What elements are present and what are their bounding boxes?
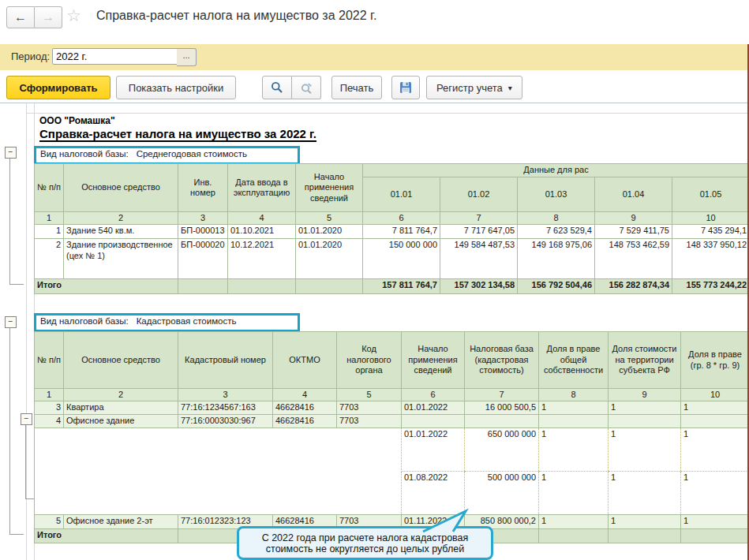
- cell-empty: [681, 415, 749, 427]
- cell-value: 149 168 975,06: [518, 239, 595, 279]
- total-empty: [178, 279, 228, 294]
- cell-value: 148 753 462,59: [595, 239, 672, 279]
- annotation-text: С 2022 года при расчете налога кадастров…: [244, 532, 486, 554]
- col-header: Кадастровый номер: [178, 332, 273, 389]
- month-header: 01.03: [518, 177, 595, 212]
- cell-share: 1: [681, 427, 749, 471]
- col-header: Начало применения сведений: [402, 332, 465, 389]
- cell-value: 7 623 529,4: [518, 225, 595, 239]
- cell-share: 1: [539, 401, 609, 415]
- cell-cadastral-num: 77:16:0003030:967: [178, 415, 273, 427]
- group-line: [9, 534, 24, 535]
- back-button[interactable]: ←: [6, 6, 35, 28]
- col-header: Начало применения сведений: [296, 164, 363, 212]
- cell-value: 7 717 647,05: [440, 225, 518, 239]
- tax-base-type-label: Вид налоговой базы:: [40, 316, 129, 326]
- total-empty: [228, 279, 296, 294]
- chevron-down-icon: ▾: [508, 84, 512, 92]
- back-arrow-icon: ←: [14, 10, 27, 24]
- total-label: Итого: [35, 279, 178, 294]
- col-header: Основное средство: [64, 332, 178, 389]
- show-settings-button[interactable]: Показать настройки: [116, 76, 236, 99]
- total-empty: [539, 528, 609, 543]
- cell-empty: [273, 427, 337, 471]
- col-number: 9: [609, 389, 681, 401]
- cell-share: 1: [539, 514, 609, 528]
- col-number: 4: [228, 212, 296, 225]
- cell-tax-base: 500 000 000: [465, 471, 539, 514]
- col-number: 2: [64, 389, 178, 401]
- total-empty: [296, 279, 363, 294]
- avg-value-table: № п/п Основное средство Инв. номер Дата …: [34, 163, 749, 294]
- collapse-row-button[interactable]: −: [21, 413, 32, 425]
- gutter-divider: [26, 103, 27, 560]
- col-number: 5: [337, 389, 402, 401]
- col-header: Налоговая база (кадастровая стоимость): [465, 332, 539, 389]
- month-header: 01.02: [440, 177, 518, 212]
- col-header: Код налогового органа: [337, 332, 402, 389]
- collapse-group-button[interactable]: −: [5, 316, 17, 328]
- month-header: 01.04: [595, 177, 672, 212]
- total-value: 156 792 504,46: [518, 279, 595, 294]
- tax-base-type-cell[interactable]: Вид налоговой базы:Среднегодовая стоимос…: [34, 146, 300, 165]
- col-number: 4: [273, 389, 337, 401]
- cell-asset-name: Квартира: [64, 401, 178, 415]
- cell-empty: [273, 471, 337, 514]
- register-label: Регистр учета: [436, 82, 503, 94]
- month-header: 01.01: [363, 177, 440, 212]
- col-header: Доля в праве общей собственности: [539, 332, 609, 389]
- cell-row-num: 5: [35, 514, 64, 528]
- col-number: 10: [681, 389, 749, 401]
- total-value: 155 773 244,22: [672, 279, 749, 294]
- tax-base-type-label: Вид налоговой базы:: [40, 149, 129, 159]
- cell-oktmo: 46628416: [273, 415, 337, 427]
- col-header: ОКТМО: [273, 332, 337, 389]
- cell-empty: [465, 415, 539, 427]
- period-label: Период:: [11, 50, 50, 62]
- print-button[interactable]: Печать: [331, 76, 382, 99]
- cell-value: 7 811 764,7: [363, 225, 440, 239]
- forward-button[interactable]: →: [35, 6, 62, 28]
- col-header: № п/п: [35, 332, 64, 389]
- period-input[interactable]: [52, 48, 180, 65]
- col-header: Инв. номер: [178, 164, 228, 212]
- repeat-search-button[interactable]: [292, 76, 321, 99]
- search-button[interactable]: [262, 76, 292, 99]
- total-value: 157 302 134,58: [440, 279, 518, 294]
- report-left-border: [34, 541, 35, 560]
- collapse-group-button[interactable]: −: [5, 147, 17, 159]
- tax-base-type-value: Кадастровая стоимость: [137, 316, 237, 326]
- total-empty: [681, 528, 749, 543]
- cell-oktmo: 46628416: [273, 401, 337, 415]
- cell-empty: [609, 415, 681, 427]
- table-row: 1 Здание 540 кв.м. БП-000013 01.10.2021 …: [35, 225, 749, 239]
- app-window: ← → ☆ Справка-расчет налога на имущество…: [0, 0, 749, 560]
- period-picker-button[interactable]: ...: [177, 48, 197, 66]
- tax-base-type-cell[interactable]: Вид налоговой базы:Кадастровая стоимость: [34, 313, 300, 332]
- forward-arrow-icon: →: [42, 10, 54, 24]
- col-header: Доля в праве (гр. 8 * гр. 9): [681, 332, 749, 389]
- register-dropdown-button[interactable]: Регистр учета ▾: [426, 76, 522, 99]
- cell-share: 1: [681, 514, 749, 528]
- cell-tax-base: 650 000 000: [465, 427, 539, 471]
- save-floppy-icon: [399, 80, 413, 95]
- generate-button[interactable]: Сформировать: [6, 76, 110, 99]
- cell-asset-name: Офисное здание 2-эт: [64, 514, 178, 528]
- table-row: 4 Офисное здание 77:16:0003030:967 46628…: [35, 415, 749, 427]
- group-line: [25, 424, 26, 498]
- col-number: 7: [440, 212, 518, 225]
- column-numbers-row: 1 2 3 4 5 6 7 8 9 10: [35, 212, 749, 225]
- band-header: Данные для рас: [363, 164, 749, 177]
- nav-buttons: ← →: [6, 6, 62, 28]
- cell-asset-name: Здание 540 кв.м.: [64, 225, 178, 239]
- cell-asset-name: Офисное здание: [64, 415, 178, 427]
- report-title: Справка-расчет налога на имущество за 20…: [39, 127, 316, 142]
- cell-applied-date: 01.01.2020: [296, 239, 363, 279]
- cell-share: 1: [681, 401, 749, 415]
- col-number: 7: [465, 389, 539, 401]
- cell-share: 1: [681, 471, 749, 514]
- save-button[interactable]: [391, 76, 420, 99]
- cell-empty: [64, 427, 178, 471]
- table-header-row: № п/п Основное средство Инв. номер Дата …: [35, 164, 749, 177]
- favorite-star-icon[interactable]: ☆: [66, 7, 81, 24]
